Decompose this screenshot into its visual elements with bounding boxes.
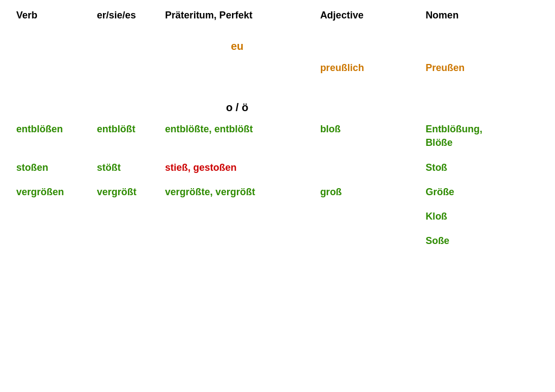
cell-adj: preußlich (315, 56, 421, 80)
cell-prat: entblößte, entblößt (160, 117, 315, 155)
cell-verb (11, 56, 92, 80)
cell-verb (11, 229, 92, 253)
header-adjective: Adjective (315, 5, 421, 30)
cell-nomen: Stoß (420, 156, 544, 180)
main-container: Verb er/sie/es Präteritum, Perfekt Adjec… (0, 0, 555, 392)
cell-er: stößt (92, 156, 160, 180)
cell-er: vergrößt (92, 180, 160, 204)
cell-nomen: Soße (420, 229, 544, 253)
spacer-row (11, 80, 544, 91)
section-header-row: o / ö (11, 91, 544, 117)
cell-er (92, 229, 160, 253)
cell-verb: vergrößen (11, 180, 92, 204)
cell-nomen: Größe (420, 180, 544, 204)
table-row: Kloß (11, 204, 544, 229)
section-header-adj (315, 91, 421, 117)
cell-er: entblößt (92, 117, 160, 155)
cell-adj (315, 156, 421, 180)
cell-verb: stoßen (11, 156, 92, 180)
cell-adj (315, 204, 421, 229)
table-row: entblößenentblößtentblößte, entblößtbloß… (11, 117, 544, 155)
section-header-prat: eu (160, 30, 315, 56)
spacer-row (11, 253, 544, 264)
section-header-adj (315, 30, 421, 56)
cell-er (92, 204, 160, 229)
cell-adj (315, 229, 421, 253)
cell-adj: groß (315, 180, 421, 204)
cell-nomen: Entblößung, Blöße (420, 117, 544, 155)
cell-prat (160, 56, 315, 80)
cell-nomen: Preußen (420, 56, 544, 80)
section-header-prat: o / ö (160, 91, 315, 117)
section-header-er (92, 30, 160, 56)
cell-verb (11, 204, 92, 229)
section-header-verb (11, 30, 92, 56)
header-er: er/sie/es (92, 5, 160, 30)
word-table: Verb er/sie/es Präteritum, Perfekt Adjec… (11, 5, 544, 264)
section-header-row: eu (11, 30, 544, 56)
cell-prat: vergrößte, vergrößt (160, 180, 315, 204)
cell-er (92, 56, 160, 80)
cell-prat: stieß, gestoßen (160, 156, 315, 180)
section-header-nomen (420, 91, 544, 117)
header-prateritum: Präteritum, Perfekt (160, 5, 315, 30)
section-header-verb (11, 91, 92, 117)
cell-adj: bloß (315, 117, 421, 155)
table-row: vergrößenvergrößtvergrößte, vergrößtgroß… (11, 180, 544, 204)
section-header-nomen (420, 30, 544, 56)
section-header-er (92, 91, 160, 117)
cell-prat (160, 204, 315, 229)
cell-nomen: Kloß (420, 204, 544, 229)
table-row: preußlichPreußen (11, 56, 544, 80)
header-verb: Verb (11, 5, 92, 30)
cell-verb: entblößen (11, 117, 92, 155)
table-row: Soße (11, 229, 544, 253)
header-row: Verb er/sie/es Präteritum, Perfekt Adjec… (11, 5, 544, 30)
cell-prat (160, 229, 315, 253)
header-nomen: Nomen (420, 5, 544, 30)
table-row: stoßenstößtstieß, gestoßenStoß (11, 156, 544, 180)
